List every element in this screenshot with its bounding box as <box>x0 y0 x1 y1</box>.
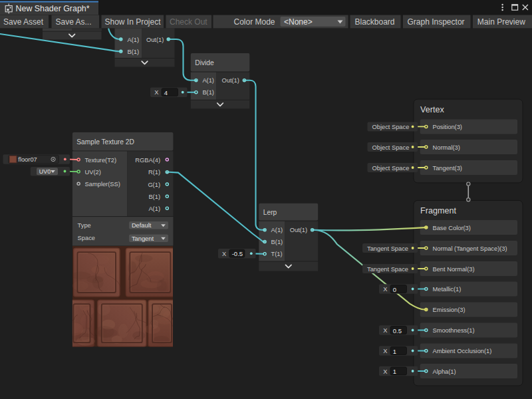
svg-text:Default: Default <box>132 222 152 229</box>
svg-text:X: X <box>222 251 226 257</box>
svg-text:Type: Type <box>78 222 91 229</box>
svg-text:Graph Inspector: Graph Inspector <box>408 17 465 27</box>
svg-text:Alpha(1): Alpha(1) <box>433 368 456 375</box>
svg-text:4: 4 <box>164 89 168 96</box>
svg-text:B(1): B(1) <box>148 194 160 200</box>
svg-text:Out(1): Out(1) <box>146 37 164 43</box>
svg-text:-0.5: -0.5 <box>232 250 243 257</box>
svg-text:New Shader Graph*: New Shader Graph* <box>16 4 90 13</box>
svg-text:Save As...: Save As... <box>56 17 92 27</box>
svg-text:X: X <box>383 368 387 375</box>
svg-text:Sampler(SS): Sampler(SS) <box>85 181 120 188</box>
svg-text:T(1): T(1) <box>271 251 283 257</box>
svg-text:G(1): G(1) <box>148 182 160 188</box>
svg-text:X: X <box>383 286 387 293</box>
svg-text:B(1): B(1) <box>128 49 140 55</box>
svg-text:Lerp: Lerp <box>263 209 277 216</box>
svg-text:Smoothness(1): Smoothness(1) <box>433 327 475 334</box>
svg-text:B(1): B(1) <box>202 89 214 96</box>
svg-text:Show In Project: Show In Project <box>105 17 162 27</box>
svg-text:0.5: 0.5 <box>393 327 402 334</box>
svg-text:R(1): R(1) <box>148 169 160 176</box>
svg-text:Fragment: Fragment <box>420 206 456 215</box>
svg-text:X: X <box>154 89 158 96</box>
svg-text:Space: Space <box>78 235 95 241</box>
svg-text:X: X <box>383 348 387 354</box>
svg-text:Ambient Occlusion(1): Ambient Occlusion(1) <box>433 348 492 354</box>
svg-text:Normal (Tangent Space)(3): Normal (Tangent Space)(3) <box>433 245 507 252</box>
svg-text:Color Mode: Color Mode <box>234 17 275 27</box>
svg-text:A(1): A(1) <box>128 37 140 43</box>
svg-text:A(1): A(1) <box>271 227 283 233</box>
svg-text:A(1): A(1) <box>148 205 160 212</box>
svg-text:Tangent: Tangent <box>132 235 154 242</box>
svg-text:Metallic(1): Metallic(1) <box>433 286 462 293</box>
svg-text:Out(1): Out(1) <box>290 227 307 233</box>
svg-text:Position(3): Position(3) <box>433 124 462 130</box>
svg-text:Out(1): Out(1) <box>222 77 239 84</box>
svg-text:A(1): A(1) <box>202 77 214 84</box>
svg-text:0: 0 <box>393 286 396 293</box>
svg-text:1: 1 <box>393 368 396 375</box>
svg-text:Save Asset: Save Asset <box>3 17 44 27</box>
svg-text:Sample Texture 2D: Sample Texture 2D <box>76 138 134 146</box>
svg-text:Object Space: Object Space <box>372 124 410 130</box>
svg-text:Tangent(3): Tangent(3) <box>433 165 462 172</box>
svg-text:B(1): B(1) <box>271 239 283 245</box>
svg-text:Emission(3): Emission(3) <box>433 307 466 313</box>
svg-text:Check Out: Check Out <box>170 17 207 27</box>
svg-text:UV(2): UV(2) <box>85 169 101 176</box>
svg-text:X: X <box>383 327 387 334</box>
svg-text:Texture(T2): Texture(T2) <box>85 157 117 164</box>
svg-text:Base Color(3): Base Color(3) <box>433 225 471 231</box>
svg-text:Divide: Divide <box>195 59 214 66</box>
svg-text:Normal(3): Normal(3) <box>433 144 460 151</box>
svg-text:floor07: floor07 <box>18 156 37 163</box>
svg-text:UV0: UV0 <box>39 168 51 175</box>
svg-text:Main Preview: Main Preview <box>477 17 525 27</box>
svg-text:1: 1 <box>393 348 396 355</box>
svg-text:Object Space: Object Space <box>372 165 410 172</box>
svg-text:Vertex: Vertex <box>420 105 444 114</box>
svg-text:Tangent Space: Tangent Space <box>367 245 408 252</box>
svg-text:Bent Normal(3): Bent Normal(3) <box>433 266 475 273</box>
svg-text:<None>: <None> <box>284 17 313 27</box>
svg-text:Tangent Space: Tangent Space <box>367 266 408 273</box>
svg-text:Object Space: Object Space <box>372 144 410 151</box>
svg-text:Blackboard: Blackboard <box>355 17 395 27</box>
svg-text:RGBA(4): RGBA(4) <box>135 157 160 164</box>
